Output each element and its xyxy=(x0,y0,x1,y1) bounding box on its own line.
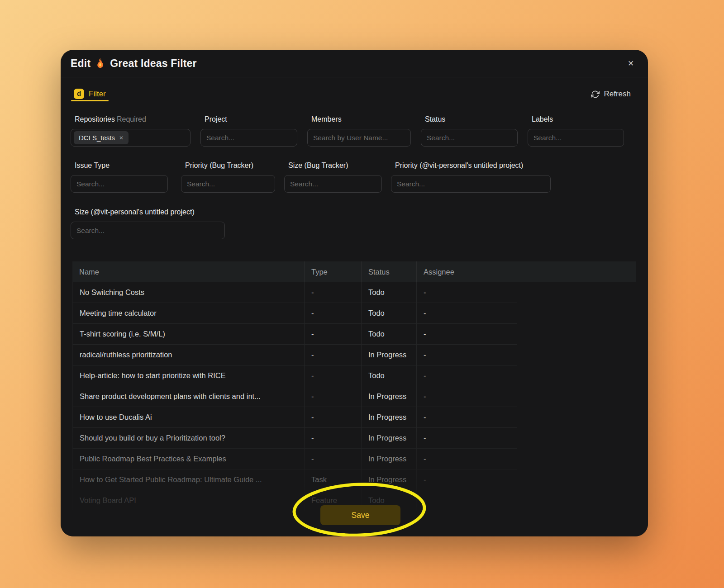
repositories-filter: RepositoriesRequired DCLS_tests ✕ xyxy=(71,115,191,147)
members-search-input[interactable] xyxy=(307,129,411,147)
refresh-icon xyxy=(591,90,600,99)
priority-project-label: Priority (@vit-personal's untitled proje… xyxy=(395,161,551,170)
cell-name: Public Roadmap Best Practices & Examples xyxy=(72,449,305,469)
issue-type-search-input[interactable] xyxy=(71,175,168,193)
project-filter: Project xyxy=(200,115,297,147)
priority-bugtracker-filter: Priority (Bug Tracker) xyxy=(181,161,275,193)
cell-status: Todo xyxy=(362,282,417,303)
cell-name: How to Get Started Public Roadmap: Ultim… xyxy=(72,469,305,490)
priority-bugtracker-search-input[interactable] xyxy=(181,175,275,193)
cell-spacer xyxy=(517,303,636,324)
size-bugtracker-search-input[interactable] xyxy=(284,175,382,193)
cell-spacer xyxy=(517,469,636,490)
members-label: Members xyxy=(311,115,411,123)
table-row[interactable]: Share product development plans with cli… xyxy=(72,386,636,407)
cell-name: Help-article: how to start prioritize wi… xyxy=(72,365,305,386)
cell-spacer xyxy=(517,407,636,428)
status-search-input[interactable] xyxy=(421,129,518,147)
project-search-input[interactable] xyxy=(200,129,297,147)
cell-type: Task xyxy=(305,469,362,490)
size-project-search-input[interactable] xyxy=(71,222,225,239)
cell-assignee: - xyxy=(417,282,517,303)
cell-type: - xyxy=(305,282,362,303)
cell-status: In Progress xyxy=(362,407,417,428)
cell-status: In Progress xyxy=(362,428,417,449)
status-filter: Status xyxy=(421,115,518,147)
column-header-status: Status xyxy=(362,261,417,282)
cell-name: T-shirt scoring (i.e. S/M/L) xyxy=(72,324,305,345)
project-label: Project xyxy=(205,115,297,123)
save-button[interactable]: Save xyxy=(320,505,400,525)
cell-spacer xyxy=(517,386,636,407)
table-row[interactable]: T-shirt scoring (i.e. S/M/L) - Todo - xyxy=(72,324,636,345)
labels-search-input[interactable] xyxy=(528,129,624,147)
table-header-row: Name Type Status Assignee xyxy=(72,261,636,282)
cell-assignee: - xyxy=(417,449,517,469)
cell-assignee: - xyxy=(417,407,517,428)
table-row[interactable]: Help-article: how to start prioritize wi… xyxy=(72,365,636,386)
cell-spacer xyxy=(517,324,636,345)
tab-filter[interactable]: d Filter xyxy=(74,88,106,100)
column-header-name: Name xyxy=(72,261,305,282)
remove-chip-icon[interactable]: ✕ xyxy=(119,135,124,141)
cell-name: How to use Ducalis Ai xyxy=(72,407,305,428)
edit-filter-modal: Edit Great Ideas Filter ✕ d Filter Refre… xyxy=(61,50,648,536)
cell-spacer xyxy=(517,345,636,365)
table-row[interactable]: radical/ruthless prioritization - In Pro… xyxy=(72,345,636,365)
cell-spacer xyxy=(517,282,636,303)
issue-type-label: Issue Type xyxy=(75,161,168,170)
cell-name: Share product development plans with cli… xyxy=(72,386,305,407)
column-header-type: Type xyxy=(305,261,362,282)
tab-active-underline xyxy=(71,100,109,101)
desktop-background: Edit Great Ideas Filter ✕ d Filter Refre… xyxy=(0,0,724,588)
fire-icon xyxy=(95,57,106,69)
cell-name: Voting Board API xyxy=(72,490,305,511)
modal-header: Edit Great Ideas Filter ✕ xyxy=(61,50,648,77)
cell-type: - xyxy=(305,386,362,407)
cell-assignee: - xyxy=(417,469,517,490)
results-table: Name Type Status Assignee No Switching C… xyxy=(72,261,636,511)
table-row[interactable]: Public Roadmap Best Practices & Examples… xyxy=(72,449,636,469)
cell-type: - xyxy=(305,303,362,324)
cell-assignee: - xyxy=(417,428,517,449)
labels-filter: Labels xyxy=(528,115,624,147)
repositories-label: RepositoriesRequired xyxy=(75,115,191,123)
cell-type: - xyxy=(305,407,362,428)
cell-spacer xyxy=(517,490,636,511)
cell-status: In Progress xyxy=(362,469,417,490)
size-project-filter: Size (@vit-personal's untitled project) xyxy=(71,208,225,239)
cell-assignee: - xyxy=(417,386,517,407)
tab-filter-label: Filter xyxy=(89,90,106,99)
table-row[interactable]: How to use Ducalis Ai - In Progress - xyxy=(72,407,636,428)
cell-assignee: - xyxy=(417,490,517,511)
cell-name: Meeting time calculator xyxy=(72,303,305,324)
cell-type: - xyxy=(305,365,362,386)
repository-chip-label: DCLS_tests xyxy=(79,134,115,142)
refresh-label: Refresh xyxy=(604,90,631,99)
cell-name: Should you build or buy a Prioritization… xyxy=(72,428,305,449)
table-row[interactable]: Meeting time calculator - Todo - xyxy=(72,303,636,324)
size-bugtracker-label: Size (Bug Tracker) xyxy=(288,161,382,170)
repository-chip[interactable]: DCLS_tests ✕ xyxy=(74,131,129,144)
cell-type: - xyxy=(305,428,362,449)
modal-title: Edit Great Ideas Filter xyxy=(71,50,197,77)
column-header-assignee: Assignee xyxy=(417,261,517,282)
cell-type: - xyxy=(305,449,362,469)
cell-assignee: - xyxy=(417,345,517,365)
size-bugtracker-filter: Size (Bug Tracker) xyxy=(284,161,382,193)
cell-assignee: - xyxy=(417,365,517,386)
priority-project-filter: Priority (@vit-personal's untitled proje… xyxy=(391,161,551,193)
cell-status: Todo xyxy=(362,365,417,386)
priority-project-search-input[interactable] xyxy=(391,175,551,193)
cell-status: In Progress xyxy=(362,449,417,469)
modal-title-suffix: Great Ideas Filter xyxy=(110,57,197,70)
repositories-input[interactable]: DCLS_tests ✕ xyxy=(71,129,191,147)
cell-assignee: - xyxy=(417,303,517,324)
table-row[interactable]: No Switching Costs - Todo - xyxy=(72,282,636,303)
cell-name: No Switching Costs xyxy=(72,282,305,303)
table-header-spacer xyxy=(517,261,636,282)
refresh-button[interactable]: Refresh xyxy=(591,88,631,100)
close-icon[interactable]: ✕ xyxy=(626,59,635,68)
table-row[interactable]: How to Get Started Public Roadmap: Ultim… xyxy=(72,469,636,490)
table-row[interactable]: Should you build or buy a Prioritization… xyxy=(72,428,636,449)
